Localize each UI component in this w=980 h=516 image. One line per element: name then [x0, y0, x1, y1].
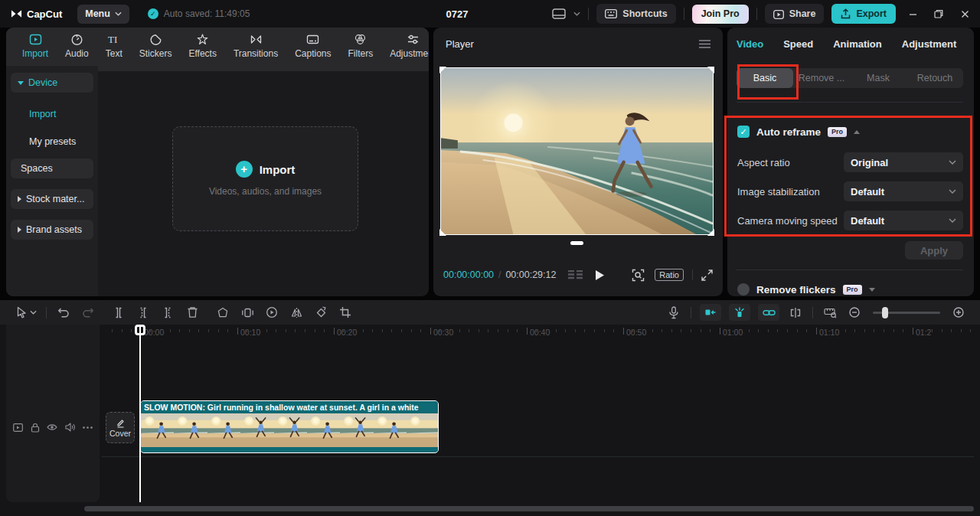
speed-icon[interactable] [264, 305, 279, 320]
sidebar-item-my-presets[interactable]: My presets [29, 136, 76, 147]
media-tab-filters[interactable]: Filters [340, 33, 382, 59]
fit-timeline-icon[interactable] [822, 305, 838, 320]
minimize-button[interactable] [903, 5, 922, 23]
video-clip[interactable]: SLOW MOTION: Girl running in shallow wat… [140, 400, 439, 453]
media-tab-stickers[interactable]: Stickers [131, 33, 181, 59]
split-icon[interactable] [111, 305, 126, 320]
player-panel: Player [433, 28, 723, 296]
ruler-minor-tick [498, 329, 498, 332]
video-track-icon[interactable] [13, 423, 23, 432]
delete-right-icon[interactable] [160, 305, 175, 320]
slider-handle[interactable] [882, 307, 888, 318]
lock-icon[interactable] [31, 423, 40, 433]
link-icon[interactable] [758, 304, 779, 321]
share-button[interactable]: Share [765, 4, 825, 24]
zoom-in-icon[interactable] [951, 305, 966, 320]
horizontal-scrollbar[interactable] [84, 506, 974, 511]
sidebar-item-stock-materials[interactable]: Stock mater... [11, 189, 93, 209]
select-tool-icon[interactable] [14, 305, 29, 320]
zoom-out-icon[interactable] [847, 305, 862, 320]
preview-drag-handle[interactable] [570, 241, 583, 245]
overlay-icon[interactable] [240, 305, 255, 320]
sidebar-item-import[interactable]: Import [29, 109, 56, 119]
ruler-minor-tick [372, 329, 373, 332]
mirror-icon[interactable] [289, 305, 304, 320]
ruler-minor-tick [575, 329, 576, 332]
ruler-minor-tick [884, 329, 884, 332]
remove-flickers-checkbox[interactable] [737, 283, 750, 296]
ruler-minor-tick [286, 329, 286, 332]
undo-icon[interactable] [56, 305, 71, 320]
menu-button[interactable]: Menu [77, 5, 129, 24]
rotate-icon[interactable] [313, 305, 328, 320]
tab-speed[interactable]: Speed [783, 38, 813, 50]
shortcuts-button[interactable]: Shortcuts [596, 4, 675, 24]
preview-axis-icon[interactable] [788, 305, 803, 320]
playhead-handle[interactable] [135, 325, 145, 335]
ruler-minor-tick [305, 329, 305, 332]
close-button[interactable] [956, 5, 974, 23]
sidebar-item-device[interactable]: Device [11, 73, 93, 93]
duration-timecode: 00:00:29:12 [505, 269, 556, 280]
redo-icon[interactable] [80, 305, 96, 320]
subtab-remove[interactable]: Remove ... [793, 68, 850, 88]
preview-video-frame[interactable] [440, 67, 714, 235]
divider [46, 307, 47, 318]
eye-icon[interactable] [47, 423, 57, 431]
ruler-minor-tick [681, 329, 681, 332]
media-tab-effects[interactable]: Effects [180, 33, 224, 59]
audio-icon [70, 33, 83, 46]
ruler-tick [334, 328, 335, 335]
media-tab-import[interactable]: Import [14, 33, 57, 59]
ruler-minor-tick [903, 329, 903, 332]
record-voiceover-icon[interactable] [666, 305, 681, 320]
timeline-ruler[interactable]: 00:0000:1000:2000:3000:4000:5001:0001:10… [102, 325, 980, 340]
restore-button[interactable] [929, 5, 948, 23]
media-tab-captions[interactable]: Captions [286, 33, 339, 59]
delete-left-icon[interactable] [136, 305, 151, 320]
delete-icon[interactable] [185, 305, 200, 320]
tab-video[interactable]: Video [737, 38, 763, 50]
layout-switch-icon[interactable] [552, 8, 566, 19]
clip-thumbnail [141, 413, 174, 447]
ruler-minor-tick [584, 329, 585, 332]
saved-check-icon: ✓ [148, 8, 158, 19]
subtab-retouch[interactable]: Retouch [906, 68, 963, 88]
play-button[interactable] [595, 269, 605, 281]
apply-button[interactable]: Apply [905, 241, 963, 260]
subtab-mask[interactable]: Mask [850, 68, 906, 88]
fullscreen-icon[interactable] [701, 269, 713, 281]
crop-icon[interactable] [338, 305, 353, 320]
frame-preview-icon[interactable] [568, 270, 583, 280]
import-dropzone[interactable]: + Import Videos, audios, and images [172, 126, 358, 231]
chevron-down-icon[interactable] [29, 305, 37, 320]
auto-snap-icon[interactable] [729, 304, 750, 321]
cover-button[interactable]: Cover [106, 412, 135, 443]
timeline-zoom-slider[interactable] [873, 312, 940, 314]
media-tab-audio[interactable]: Audio [57, 33, 97, 59]
tab-adjustment[interactable]: Adjustment [902, 38, 957, 50]
media-tab-transitions[interactable]: Transitions [225, 33, 286, 59]
mask-icon[interactable] [215, 305, 230, 320]
playhead-line[interactable] [139, 325, 141, 502]
media-tab-text[interactable]: TI Text [97, 33, 131, 59]
chevron-down-icon[interactable] [573, 11, 580, 16]
ruler-minor-tick [189, 329, 190, 332]
tab-animation[interactable]: Animation [833, 38, 882, 50]
ruler-minor-tick [710, 329, 710, 332]
join-pro-button[interactable]: Join Pro [692, 5, 749, 24]
sidebar-item-spaces[interactable]: Spaces [11, 158, 93, 178]
export-button[interactable]: Export [831, 4, 896, 24]
ruler-minor-tick [961, 329, 962, 332]
more-icon[interactable] [83, 426, 93, 429]
ruler-tick [527, 328, 528, 335]
magnifier-frame-icon[interactable] [632, 269, 645, 282]
stickers-icon [149, 33, 162, 46]
sidebar-item-brand-assets[interactable]: Brand assets [11, 220, 93, 240]
media-tab-adjustment[interactable]: Adjustment [381, 33, 429, 59]
player-menu-icon[interactable] [699, 40, 710, 48]
collapse-down-icon[interactable] [869, 288, 875, 292]
speaker-icon[interactable] [65, 423, 76, 432]
magnetic-snap-icon[interactable] [700, 304, 721, 321]
ratio-button[interactable]: Ratio [655, 269, 684, 281]
